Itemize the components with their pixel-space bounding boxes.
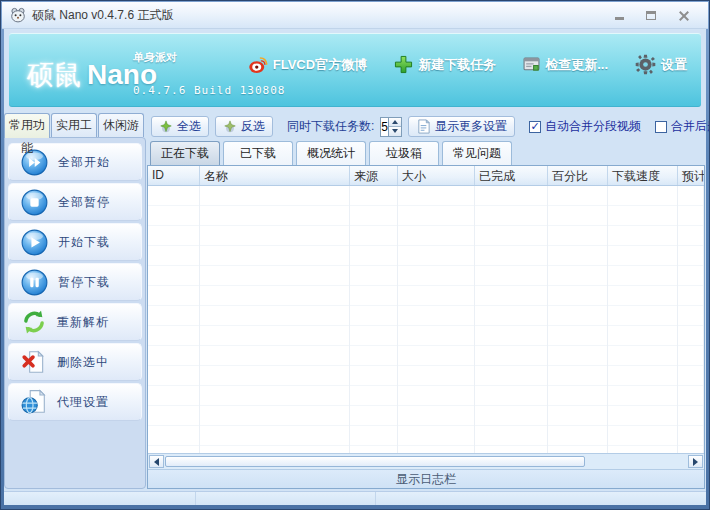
start-download-label: 开始下载 (58, 234, 110, 251)
gear-icon (635, 54, 656, 75)
sidebar-tab-games[interactable]: 休闲游戏 (98, 113, 144, 137)
maximize-button[interactable] (640, 6, 662, 24)
maximize-icon (646, 11, 656, 20)
select-all-label: 全选 (177, 118, 201, 135)
stop-all-label: 全部暂停 (58, 194, 110, 211)
delete-source-label: 合并后删除源文件 (671, 118, 710, 135)
sidebar-panel: 全部开始 全部暂停 (4, 137, 146, 489)
proxy-settings-label: 代理设置 (57, 394, 109, 411)
column-header-source[interactable]: 来源 (350, 166, 398, 185)
download-list-panel: ID 名称 来源 大小 已完成 百分比 下载速度 预计剩余 (147, 165, 705, 489)
invert-selection-icon (223, 120, 237, 134)
reparse-button[interactable]: 重新解析 (8, 303, 142, 341)
auto-merge-label: 自动合并分段视频 (545, 118, 641, 135)
tab-trash[interactable]: 垃圾箱 (369, 141, 439, 165)
window-body: 硕鼠Nano 单身派对 0.4.7.6 Build 130808 FLVCD官方… (4, 29, 706, 505)
left-arrow-icon (154, 458, 159, 466)
flvcd-weibo-link[interactable]: FLVCD官方微博 (248, 55, 367, 75)
column-header-percent[interactable]: 百分比 (548, 166, 608, 185)
pause-download-icon (21, 269, 48, 296)
scroll-left-button[interactable] (149, 455, 164, 468)
down-arrow-icon (392, 129, 398, 133)
proxy-settings-button[interactable]: 代理设置 (8, 383, 142, 421)
pause-download-label: 暂停下载 (58, 274, 110, 291)
update-icon (523, 56, 540, 73)
new-task-button[interactable]: 新建下载任务 (394, 55, 496, 74)
checkbox-unchecked-icon (655, 121, 667, 133)
more-settings-icon (416, 119, 431, 134)
horizontal-scrollbar[interactable] (148, 453, 704, 469)
invert-selection-button[interactable]: 反选 (215, 116, 273, 137)
column-header-size[interactable]: 大小 (398, 166, 475, 185)
title-bar: 硕鼠 Nano v0.4.7.6 正式版 (2, 2, 708, 29)
auto-merge-checkbox[interactable]: ✓ 自动合并分段视频 (529, 118, 641, 135)
column-header-completed[interactable]: 已完成 (475, 166, 548, 185)
plus-icon (394, 55, 413, 74)
version-text: 0.4.7.6 Build 130808 (133, 84, 285, 97)
checkbox-checked-icon: ✓ (529, 121, 541, 133)
stepper-down-button[interactable] (389, 127, 401, 136)
main-tabs: 正在下载 已下载 概况统计 垃圾箱 常见问题 (150, 141, 512, 165)
reparse-icon (21, 309, 47, 335)
start-all-label: 全部开始 (58, 154, 110, 171)
tab-faq[interactable]: 常见问题 (442, 141, 512, 165)
minimize-button[interactable] (608, 6, 630, 24)
stop-all-icon (21, 189, 48, 216)
sidebar-tab-tools[interactable]: 实用工具 (51, 113, 97, 137)
window-title: 硕鼠 Nano v0.4.7.6 正式版 (32, 7, 173, 24)
more-settings-label: 显示更多设置 (435, 118, 507, 135)
start-download-icon (21, 229, 48, 256)
right-arrow-icon (693, 458, 698, 466)
stepper-up-button[interactable] (389, 118, 401, 128)
close-button[interactable] (672, 6, 694, 24)
settings-label: 设置 (661, 56, 687, 74)
column-header-speed[interactable]: 下载速度 (608, 166, 678, 185)
toolbar: 全选 反选 同时下载任务数: 5 (146, 113, 705, 140)
column-header-id[interactable]: ID (148, 166, 200, 185)
column-header-name[interactable]: 名称 (200, 166, 350, 185)
tab-statistics[interactable]: 概况统计 (296, 141, 366, 165)
delete-selected-label: 删除选中 (57, 354, 109, 371)
select-all-icon (159, 120, 173, 134)
proxy-settings-icon (21, 389, 47, 415)
banner-links: FLVCD官方微博 新建下载任务 (248, 54, 687, 75)
tab-downloading[interactable]: 正在下载 (150, 141, 220, 165)
table-header: ID 名称 来源 大小 已完成 百分比 下载速度 预计剩余 (148, 166, 704, 186)
concurrent-tasks-stepper[interactable]: 5 (380, 117, 402, 137)
concurrent-tasks-value: 5 (381, 118, 388, 136)
sidebar-tabs: 常用功能 实用工具 休闲游戏 (4, 113, 145, 138)
reparse-label: 重新解析 (57, 314, 109, 331)
logo-cn: 硕鼠 (27, 60, 81, 90)
stop-all-button[interactable]: 全部暂停 (8, 183, 142, 221)
invert-selection-label: 反选 (241, 118, 265, 135)
delete-selected-icon (21, 349, 47, 375)
minimize-icon (615, 17, 624, 20)
weibo-icon (248, 55, 268, 75)
status-pane-3 (376, 492, 706, 505)
check-update-label: 检查更新... (545, 56, 608, 74)
table-body-empty[interactable] (148, 186, 704, 453)
tab-downloaded[interactable]: 已下载 (223, 141, 293, 165)
header-banner: 硕鼠Nano 单身派对 0.4.7.6 Build 130808 FLVCD官方… (9, 33, 701, 107)
tagline: 单身派对 (133, 50, 177, 65)
status-pane-2 (196, 492, 376, 505)
scroll-right-button[interactable] (688, 455, 703, 468)
settings-button[interactable]: 设置 (635, 54, 687, 75)
more-settings-button[interactable]: 显示更多设置 (408, 116, 515, 137)
sidebar-tab-common[interactable]: 常用功能 (4, 113, 50, 138)
status-pane-1 (4, 492, 196, 505)
column-header-remaining[interactable]: 预计剩余 (678, 166, 704, 185)
start-download-button[interactable]: 开始下载 (8, 223, 142, 261)
scrollbar-thumb[interactable] (165, 456, 585, 467)
status-bar (4, 491, 706, 505)
delete-source-checkbox[interactable]: 合并后删除源文件 (655, 118, 710, 135)
concurrent-tasks-label: 同时下载任务数: (287, 118, 374, 135)
up-arrow-icon (392, 120, 398, 124)
delete-selected-button[interactable]: 删除选中 (8, 343, 142, 381)
select-all-button[interactable]: 全选 (151, 116, 209, 137)
flvcd-weibo-label: FLVCD官方微博 (273, 56, 367, 74)
check-update-button[interactable]: 检查更新... (523, 56, 608, 74)
app-hamster-icon (10, 7, 26, 23)
pause-download-button[interactable]: 暂停下载 (8, 263, 142, 301)
show-log-toggle[interactable]: 显示日志栏 (148, 469, 704, 488)
